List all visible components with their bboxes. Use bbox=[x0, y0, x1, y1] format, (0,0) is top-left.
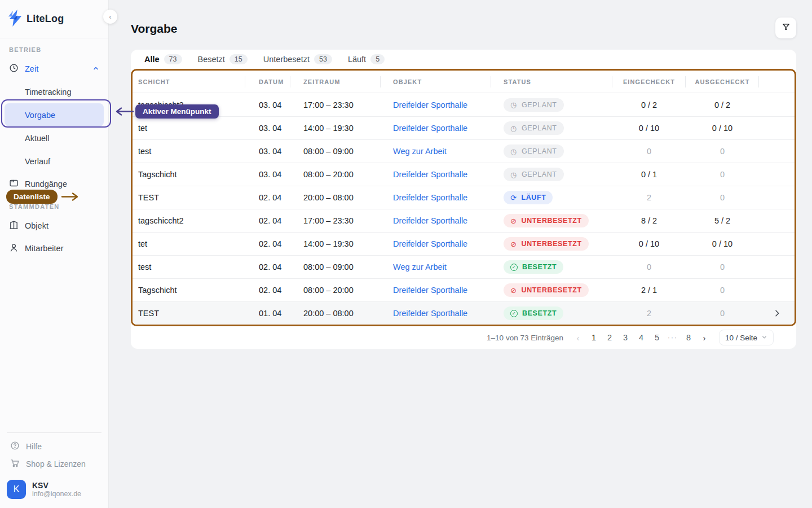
help-icon bbox=[10, 441, 20, 452]
sidebar-item-zeit[interactable]: Zeit bbox=[0, 58, 108, 80]
page-number[interactable]: 5 bbox=[650, 331, 664, 344]
cell-datum: 02. 04 bbox=[245, 256, 290, 278]
avatar: K bbox=[7, 480, 26, 499]
logo: LiteLog bbox=[0, 0, 108, 38]
tab[interactable]: Läuft 5 bbox=[340, 50, 392, 69]
cell-status: GEPLANT bbox=[491, 93, 612, 116]
cell-schicht: TEST bbox=[133, 186, 245, 209]
object-link[interactable]: Dreifelder Sporthalle bbox=[393, 100, 467, 110]
cell-actions bbox=[759, 163, 795, 186]
object-link[interactable]: Dreifelder Sporthalle bbox=[393, 170, 467, 179]
cell-actions bbox=[759, 233, 795, 255]
row-chevron-right-icon[interactable] bbox=[759, 309, 795, 318]
cell-ausgecheckt: 0 bbox=[686, 256, 759, 278]
sidebar-item-label: Objekt bbox=[25, 221, 48, 230]
sidebar-item-hilfe[interactable]: Hilfe bbox=[7, 437, 102, 455]
cell-eingecheckt: 2 bbox=[612, 186, 686, 209]
status-icon bbox=[510, 217, 517, 225]
cell-objekt: Weg zur Arbeit bbox=[381, 256, 491, 278]
column-header-ausgecheckt: AUSGECHECKT bbox=[686, 71, 759, 93]
cell-datum: 03. 04 bbox=[245, 93, 290, 116]
cell-zeitraum: 14:00 – 19:30 bbox=[290, 233, 381, 255]
tab-count-badge: 5 bbox=[370, 54, 385, 64]
table-row[interactable]: tagschiccht2 02. 04 17:00 – 23:30 Dreife… bbox=[133, 209, 795, 232]
object-link[interactable]: Dreifelder Sporthalle bbox=[393, 239, 467, 248]
status-tabs: Alle 73 Besetzt 15 Unterbesetzt 53 Läuft… bbox=[131, 50, 796, 69]
cart-icon bbox=[10, 458, 20, 470]
status-icon bbox=[510, 264, 518, 271]
table-row[interactable]: tet 02. 04 14:00 – 19:30 Dreifelder Spor… bbox=[133, 232, 795, 255]
status-label: BESETZT bbox=[522, 309, 557, 317]
column-header-actions bbox=[759, 71, 795, 93]
route-card-icon bbox=[9, 178, 19, 190]
cell-eingecheckt: 2 bbox=[612, 302, 686, 325]
sidebar-item-mitarbeiter[interactable]: Mitarbeiter bbox=[0, 237, 108, 260]
object-link[interactable]: Weg zur Arbeit bbox=[393, 262, 447, 271]
tab[interactable]: Unterbesetzt 53 bbox=[255, 50, 340, 69]
pagination-prev-button[interactable]: ‹ bbox=[571, 331, 585, 344]
cell-zeitraum: 08:00 – 20:00 bbox=[290, 279, 381, 301]
pagination-next-button[interactable]: › bbox=[698, 331, 711, 344]
status-badge: UNTERBESETZT bbox=[504, 283, 589, 297]
zeit-submenu: Timetracking Vorgabe Aktuell Verlauf bbox=[0, 80, 108, 173]
page-size-select[interactable]: 10 / Seite bbox=[719, 330, 774, 345]
cell-ausgecheckt: 5 / 2 bbox=[686, 209, 759, 232]
sidebar-subitem-label: Timetracking bbox=[25, 87, 71, 97]
table-row[interactable]: TEST 01. 04 20:00 – 08:00 Dreifelder Spo… bbox=[133, 301, 795, 325]
pagination: 1–10 von 73 Einträgen ‹ 1 2 3 4 5 ··· 8 … bbox=[131, 326, 796, 349]
sidebar-subitem[interactable]: Vorgabe bbox=[5, 103, 104, 126]
page-number[interactable]: 3 bbox=[619, 331, 632, 344]
status-label: UNTERBESETZT bbox=[522, 286, 582, 294]
chevron-down-icon bbox=[761, 334, 767, 342]
cell-datum: 02. 04 bbox=[245, 233, 290, 255]
cell-schicht: test bbox=[133, 256, 245, 278]
cell-actions bbox=[759, 279, 795, 301]
sidebar-item-rundgaenge[interactable]: Rundgänge bbox=[0, 173, 108, 195]
page-header: Vorgabe bbox=[109, 0, 812, 50]
page-number[interactable]: 2 bbox=[603, 331, 616, 344]
object-link[interactable]: Dreifelder Sporthalle bbox=[393, 193, 467, 202]
sidebar-subitem[interactable]: Aktuell bbox=[5, 126, 104, 150]
sidebar-item-shop[interactable]: Shop & Lizenzen bbox=[7, 455, 102, 472]
sidebar-collapse-button[interactable]: ‹ bbox=[103, 10, 117, 24]
table-row[interactable]: TEST 02. 04 20:00 – 08:00 Dreifelder Spo… bbox=[133, 186, 795, 209]
status-icon bbox=[510, 310, 518, 317]
page-number[interactable]: 4 bbox=[634, 331, 648, 344]
chevron-left-icon: ‹ bbox=[109, 12, 111, 21]
object-link[interactable]: Dreifelder Sporthalle bbox=[393, 286, 467, 295]
table-row[interactable]: tet 03. 04 14:00 – 19:30 Dreifelder Spor… bbox=[133, 116, 795, 139]
user-account[interactable]: K KSV info@iqonex.de bbox=[7, 480, 102, 499]
cell-datum: 03. 04 bbox=[245, 163, 290, 186]
cell-schicht: test bbox=[133, 140, 245, 163]
status-badge: UNTERBESETZT bbox=[504, 214, 589, 227]
sidebar-item-objekt[interactable]: Objekt bbox=[0, 214, 108, 237]
status-label: UNTERBESETZT bbox=[522, 217, 582, 225]
table-row[interactable]: test 02. 04 08:00 – 09:00 Weg zur Arbeit… bbox=[133, 255, 795, 278]
cell-schicht: tagschiccht2 bbox=[133, 209, 245, 232]
sidebar-subitem-label: Vorgabe bbox=[25, 111, 55, 120]
object-link[interactable]: Weg zur Arbeit bbox=[393, 147, 447, 156]
sidebar: LiteLog BETRIEB Zeit Timetracking Vorgab… bbox=[0, 0, 109, 508]
cell-actions bbox=[759, 117, 795, 139]
section-label-betrieb: BETRIEB bbox=[9, 46, 99, 54]
tab[interactable]: Besetzt 15 bbox=[190, 50, 255, 69]
object-link[interactable]: Dreifelder Sporthalle bbox=[393, 309, 467, 318]
table-row[interactable]: Tagschicht 02. 04 08:00 – 20:00 Dreifeld… bbox=[133, 278, 795, 301]
tab[interactable]: Alle 73 bbox=[136, 50, 190, 69]
status-icon bbox=[510, 170, 517, 179]
tab-label: Unterbesetzt bbox=[263, 55, 310, 64]
sidebar-subitem[interactable]: Timetracking bbox=[5, 80, 104, 103]
table-row[interactable]: Tagschicht 03. 04 08:00 – 20:00 Dreifeld… bbox=[133, 163, 795, 186]
page-number[interactable]: 1 bbox=[587, 331, 601, 344]
page-number[interactable]: ··· bbox=[666, 331, 679, 344]
object-link[interactable]: Dreifelder Sporthalle bbox=[393, 124, 467, 133]
sidebar-subitem[interactable]: Verlauf bbox=[5, 150, 104, 173]
filter-button[interactable] bbox=[775, 17, 796, 38]
shifts-card: Alle 73 Besetzt 15 Unterbesetzt 53 Läuft… bbox=[131, 50, 796, 349]
table-row[interactable]: tagschiccht2 03. 04 17:00 – 23:30 Dreife… bbox=[133, 93, 795, 116]
object-link[interactable]: Dreifelder Sporthalle bbox=[393, 216, 467, 225]
page-number[interactable]: 8 bbox=[682, 331, 695, 344]
cell-schicht: TEST bbox=[133, 302, 245, 325]
table-row[interactable]: test 03. 04 08:00 – 09:00 Weg zur Arbeit… bbox=[133, 139, 795, 163]
tab-count-badge: 53 bbox=[314, 54, 332, 64]
